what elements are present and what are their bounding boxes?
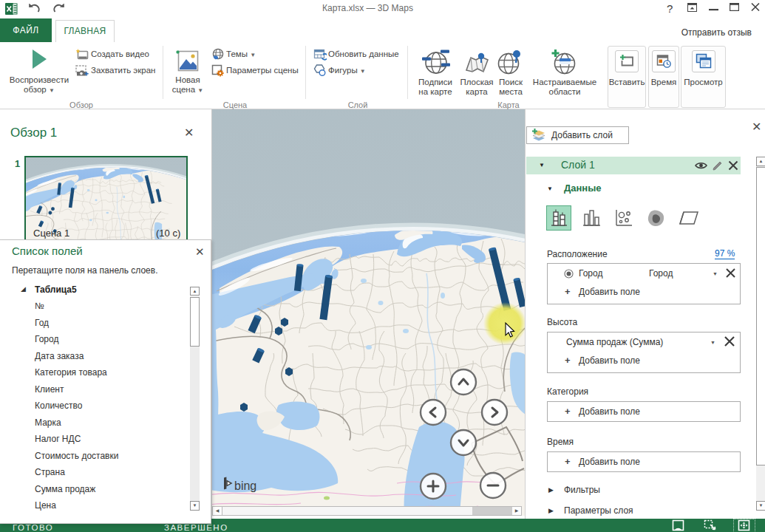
svg-text:bing: bing <box>234 480 256 492</box>
